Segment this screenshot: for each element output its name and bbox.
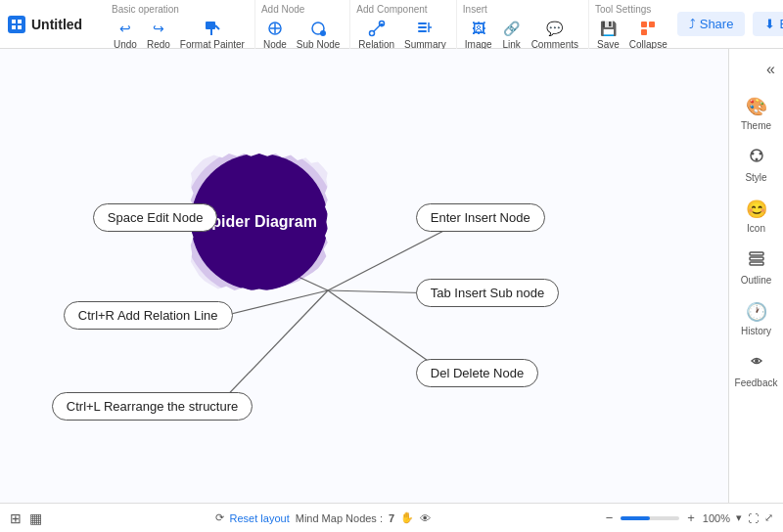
branch-node-3[interactable]: Ctrl+R Add Relation Line bbox=[64, 301, 233, 330]
branch-node-6[interactable]: Del Delete Node bbox=[416, 359, 538, 387]
nodes-count: 7 bbox=[389, 512, 394, 524]
svg-line-6 bbox=[215, 25, 219, 29]
toolbar-group-tool-settings: Tool Settings 💾 Save Collapse bbox=[589, 0, 677, 49]
link-label: Link bbox=[502, 39, 520, 50]
image-icon: 🖼 bbox=[469, 19, 488, 38]
link-icon: 🔗 bbox=[502, 19, 522, 38]
history-label: History bbox=[741, 326, 771, 336]
sidebar-collapse-button[interactable]: « bbox=[729, 57, 783, 82]
sidebar-item-history[interactable]: 🕐 History bbox=[729, 293, 783, 344]
branch-node-1[interactable]: Space Edit Node bbox=[93, 203, 218, 232]
outline-label: Outline bbox=[741, 275, 772, 286]
comments-button[interactable]: 💬 Comments bbox=[530, 17, 580, 52]
feedback-label: Feedback bbox=[735, 377, 778, 388]
app-title: Untitled bbox=[31, 17, 82, 32]
format-painter-button[interactable]: Format Painter bbox=[178, 17, 247, 52]
branch-node-6-label: Del Delete Node bbox=[431, 366, 524, 380]
svg-rect-4 bbox=[206, 22, 215, 29]
svg-point-32 bbox=[759, 153, 761, 155]
relation-label: Relation bbox=[358, 39, 394, 50]
sidebar-item-icon[interactable]: 😊 Icon bbox=[729, 191, 783, 242]
reset-layout-label[interactable]: Reset layout bbox=[230, 512, 290, 524]
nodes-label: Mind Map Nodes : bbox=[296, 512, 383, 524]
svg-rect-35 bbox=[750, 257, 763, 260]
zoom-bar bbox=[621, 516, 679, 520]
branch-node-2[interactable]: Enter Insert Node bbox=[416, 203, 545, 232]
toolbar-group-basic: Basic operation ↩ Undo ↪ Redo Format Pai… bbox=[106, 0, 255, 49]
image-label: Image bbox=[465, 39, 492, 50]
history-icon: 🕐 bbox=[746, 301, 767, 323]
svg-line-28 bbox=[215, 290, 328, 408]
app-icon bbox=[8, 16, 25, 33]
svg-point-31 bbox=[751, 153, 754, 155]
footer-center: ⟳ Reset layout Mind Map Nodes : 7 ✋ 👁 bbox=[52, 511, 594, 524]
summary-button[interactable]: Summary bbox=[402, 17, 448, 52]
toolbar-group-add-node: Add Node Node Sub Node bbox=[255, 0, 350, 49]
group-add-node-label: Add Node bbox=[261, 4, 304, 15]
svg-rect-22 bbox=[649, 22, 655, 27]
zoom-in-button[interactable]: + bbox=[685, 509, 697, 527]
redo-label: Redo bbox=[147, 39, 170, 50]
summary-icon bbox=[415, 19, 435, 38]
title-area: Untitled bbox=[8, 16, 96, 33]
sub-node-icon bbox=[308, 19, 328, 38]
export-icon: ⬇ bbox=[764, 17, 775, 31]
collapse-chevron-icon: « bbox=[766, 61, 775, 78]
export-label: Export bbox=[779, 17, 783, 31]
svg-point-37 bbox=[755, 359, 759, 363]
relation-button[interactable]: Relation bbox=[356, 17, 396, 52]
eye-icon: 👁 bbox=[420, 512, 431, 524]
footer: ⊞ ▦ ⟳ Reset layout Mind Map Nodes : 7 ✋ … bbox=[0, 503, 783, 532]
export-button[interactable]: ⬇ Export bbox=[753, 12, 783, 36]
comments-icon: 💬 bbox=[545, 19, 565, 38]
link-button[interactable]: 🔗 Link bbox=[500, 17, 524, 52]
header: Untitled Basic operation ↩ Undo ↪ Redo F bbox=[0, 0, 783, 49]
zoom-out-button[interactable]: − bbox=[604, 509, 616, 527]
canvas[interactable]: Spider Diagram Space Edit Node Enter Ins… bbox=[0, 49, 728, 532]
image-button[interactable]: 🖼 Image bbox=[463, 17, 494, 52]
outline-icon bbox=[748, 249, 765, 272]
icon-icon: 😊 bbox=[746, 199, 767, 220]
center-node-label: Spider Diagram bbox=[202, 213, 317, 231]
redo-icon: ↪ bbox=[149, 19, 168, 38]
share-button[interactable]: ⤴ Share bbox=[677, 12, 746, 36]
node-button[interactable]: Node bbox=[261, 17, 289, 52]
svg-point-33 bbox=[755, 158, 758, 161]
branch-node-3-label: Ctrl+R Add Relation Line bbox=[78, 308, 218, 323]
svg-rect-36 bbox=[750, 262, 763, 265]
collapse-button[interactable]: Collapse bbox=[627, 17, 669, 52]
toolbar-group-add-component: Add Component Relation Summary bbox=[350, 0, 457, 49]
branch-node-5[interactable]: Ctrl+L Rearrange the structure bbox=[52, 392, 253, 421]
grid-icon: ⊞ bbox=[10, 510, 22, 526]
style-icon bbox=[748, 147, 765, 169]
sidebar-item-style[interactable]: Style bbox=[729, 139, 783, 191]
sidebar-item-feedback[interactable]: Feedback bbox=[729, 344, 783, 396]
group-add-component-label: Add Component bbox=[356, 4, 427, 15]
svg-rect-3 bbox=[18, 25, 22, 29]
format-painter-label: Format Painter bbox=[180, 39, 245, 50]
save-button[interactable]: 💾 Save bbox=[595, 17, 622, 52]
sub-node-button[interactable]: Sub Node bbox=[295, 17, 342, 52]
sub-node-label: Sub Node bbox=[297, 39, 340, 50]
sidebar-item-outline[interactable]: Outline bbox=[729, 242, 783, 293]
relation-icon bbox=[367, 19, 387, 38]
save-icon: 💾 bbox=[598, 19, 618, 38]
svg-point-12 bbox=[369, 30, 374, 35]
header-actions: ⤴ Share ⬇ Export bbox=[677, 12, 783, 36]
branch-node-4[interactable]: Tab Insert Sub node bbox=[416, 279, 559, 307]
collapse-label: Collapse bbox=[629, 39, 668, 50]
undo-button[interactable]: ↩ Undo bbox=[112, 17, 139, 52]
footer-right: − + 100% ▾ ⛶ ⤢ bbox=[604, 509, 773, 527]
svg-point-11 bbox=[320, 30, 326, 36]
fullscreen-icon[interactable]: ⤢ bbox=[764, 511, 773, 524]
fit-screen-icon[interactable]: ⛶ bbox=[748, 512, 759, 524]
zoom-dropdown-icon[interactable]: ▾ bbox=[736, 511, 742, 524]
style-label: Style bbox=[745, 172, 766, 183]
sidebar-item-theme[interactable]: 🎨 Theme bbox=[729, 88, 783, 139]
zoom-fill bbox=[621, 516, 650, 520]
group-basic-items: ↩ Undo ↪ Redo Format Painter bbox=[112, 17, 247, 52]
format-painter-icon bbox=[203, 19, 222, 38]
node-label: Node bbox=[263, 39, 287, 50]
zoom-track[interactable] bbox=[621, 516, 679, 520]
redo-button[interactable]: ↪ Redo bbox=[145, 17, 172, 52]
